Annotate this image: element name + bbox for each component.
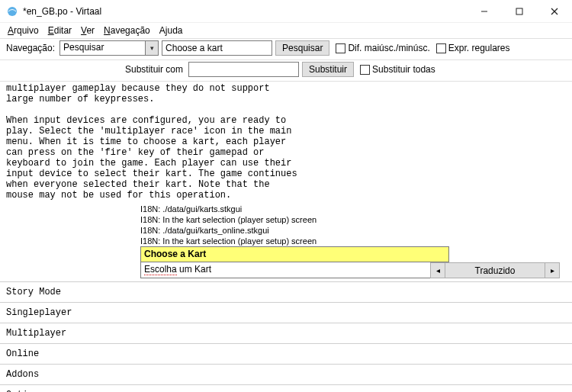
menu-bar: Arquivo Editar Ver Navegação Ajuda (0, 23, 572, 38)
window-title: *en_GB.po - Virtaal (23, 6, 467, 17)
menu-ajuda[interactable]: Ajuda (159, 25, 183, 36)
target-spell-flag: Escolha (144, 264, 177, 275)
prev-state-button[interactable]: ◂ (430, 262, 445, 278)
checkbox-box (360, 65, 370, 75)
unit-list: Story Mode Singleplayer Multiplayer Onli… (0, 281, 572, 392)
list-item[interactable]: Online (0, 343, 572, 364)
source-locations: I18N: ./data/gui/karts.stkgui I18N: In t… (6, 204, 566, 246)
case-label: Dif. maiúsc./minúsc. (348, 43, 429, 53)
status-button[interactable]: Traduzido (445, 262, 545, 278)
svg-rect-2 (516, 8, 522, 14)
search-button[interactable]: Pesquisar (275, 40, 329, 56)
app-icon (6, 5, 18, 18)
nav-mode-combo[interactable]: Pesquisar ▾ (59, 40, 159, 56)
replace-all-checkbox[interactable]: Substituir todas (360, 64, 435, 75)
svg-point-0 (8, 7, 17, 16)
replace-input[interactable] (188, 62, 299, 77)
replace-button[interactable]: Substituir (302, 62, 354, 77)
menu-navegacao[interactable]: Navegação (104, 25, 150, 36)
menu-editar[interactable]: Editar (48, 25, 72, 36)
regex-checkbox[interactable]: Expr. regulares (436, 43, 510, 53)
list-item[interactable]: Story Mode (0, 281, 572, 302)
menu-ver[interactable]: Ver (81, 25, 95, 36)
minimize-button[interactable] (467, 0, 502, 22)
replace-label: Substituir com (88, 64, 183, 75)
replace-all-label: Substituir todas (372, 64, 435, 75)
regex-label: Expr. regulares (448, 43, 510, 53)
checkbox-box (336, 43, 345, 53)
location-line: I18N: In the kart selection (player setu… (140, 236, 566, 246)
location-line: I18N: ./data/gui/karts.stkgui (140, 204, 566, 214)
context-text: multiplayer gameplay because they do not… (6, 82, 566, 201)
checkbox-box (436, 43, 446, 53)
case-checkbox[interactable]: Dif. maiúsc./minúsc. (336, 43, 429, 53)
target-text-input[interactable]: Escolha um Kart (140, 262, 449, 278)
source-text-box: Choose a Kart (140, 246, 449, 262)
location-line: I18N: In the kart selection (player setu… (140, 214, 566, 225)
chevron-down-icon[interactable]: ▾ (145, 41, 158, 55)
nav-label: Navegação: (6, 43, 55, 53)
list-item[interactable]: Options (0, 384, 572, 392)
nav-mode-value: Pesquisar (60, 41, 145, 55)
close-button[interactable] (537, 0, 572, 22)
menu-arquivo[interactable]: Arquivo (8, 25, 39, 36)
source-text: Choose a Kart (144, 249, 206, 259)
target-rest: um Kart (177, 264, 211, 275)
search-input[interactable] (162, 40, 272, 56)
list-item[interactable]: Singleplayer (0, 302, 572, 323)
next-state-button[interactable]: ▸ (545, 262, 560, 278)
list-item[interactable]: Addons (0, 364, 572, 384)
location-line: I18N: ./data/gui/karts_online.stkgui (140, 225, 566, 236)
maximize-button[interactable] (502, 0, 537, 22)
list-item[interactable]: Multiplayer (0, 323, 572, 343)
